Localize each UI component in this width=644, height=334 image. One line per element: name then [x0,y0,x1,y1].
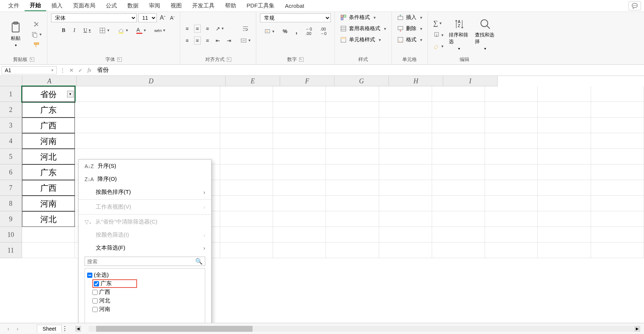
autosum-button[interactable]: ∑ [432,19,443,28]
menu-review[interactable]: 审阅 [144,1,165,11]
cell[interactable] [379,211,432,227]
cell[interactable] [326,118,379,133]
cell[interactable] [538,180,591,196]
cell[interactable] [379,149,432,164]
copy-button[interactable] [30,30,43,39]
cell[interactable] [22,227,75,243]
cell[interactable]: 河南 [22,133,75,149]
align-top-button[interactable]: ≡ [184,25,190,32]
cell[interactable] [432,118,485,133]
format-painter-button[interactable] [30,41,43,49]
cell[interactable] [538,243,591,258]
cell[interactable] [75,118,220,133]
number-format-select[interactable]: 常规 [260,13,331,22]
cell[interactable] [379,118,432,133]
cell[interactable]: 广西 [22,118,75,133]
cell[interactable] [538,196,591,211]
cell[interactable] [591,118,644,133]
fill-color-button[interactable] [116,26,130,35]
menu-data[interactable]: 数据 [122,1,144,11]
cell[interactable] [220,211,273,227]
cell[interactable] [432,227,485,243]
menu-formulas[interactable]: 公式 [101,1,122,11]
cancel-formula-button[interactable]: ✕ [67,67,76,73]
delete-cells-button[interactable]: 删除 [396,25,424,33]
cell[interactable] [326,102,379,118]
filter-checkbox[interactable] [92,298,98,304]
comments-button[interactable]: 💬 [628,1,641,10]
cell[interactable] [538,133,591,149]
font-size-select[interactable]: 11 [138,13,157,22]
row-header[interactable]: 6 [0,164,22,180]
merge-button[interactable] [239,36,252,45]
cell[interactable] [538,149,591,164]
find-select-button[interactable]: 查找和选择▾ [473,17,497,52]
filter-option[interactable]: 广西 [92,288,203,296]
menu-view[interactable]: 视图 [165,1,187,11]
horizontal-scrollbar[interactable] [89,326,634,332]
cell[interactable] [379,243,432,258]
cell[interactable] [75,86,220,102]
cell[interactable]: 广东 [22,102,75,118]
cell[interactable] [379,196,432,211]
filter-checkbox[interactable] [92,290,98,295]
cell[interactable] [220,149,273,164]
enter-formula-button[interactable]: ✓ [76,67,85,73]
cell[interactable] [273,133,326,149]
menu-pagelayout[interactable]: 页面布局 [68,1,101,11]
cell[interactable] [591,196,644,211]
cell[interactable] [273,180,326,196]
cell[interactable] [538,118,591,133]
cell[interactable] [379,102,432,118]
clipboard-launcher[interactable] [30,57,34,62]
border-button[interactable] [98,26,111,35]
row-header[interactable]: 8 [0,196,22,211]
sheet-prev-button[interactable]: ‹ [4,326,13,332]
col-header-i[interactable]: I [443,76,498,86]
cell[interactable] [538,164,591,180]
cell[interactable]: 广东 [22,164,75,180]
cell[interactable] [485,227,538,243]
cell[interactable] [379,227,432,243]
cell[interactable] [538,227,591,243]
cell[interactable]: 省份▾ [22,86,75,102]
align-bottom-button[interactable]: ≡ [204,25,210,32]
align-center-button[interactable]: ≡ [194,36,201,45]
filter-search-input[interactable] [87,258,195,264]
filter-checkbox[interactable] [87,273,92,278]
cell[interactable] [220,243,273,258]
cell[interactable] [326,149,379,164]
cell[interactable]: 河南 [22,196,75,211]
cell[interactable]: 河北 [22,149,75,164]
percent-button[interactable]: % [281,28,289,35]
increase-decimal-button[interactable]: ←0.00 [304,26,313,36]
cell[interactable] [485,133,538,149]
filter-option[interactable]: 广东 [92,279,137,288]
cell-styles-button[interactable]: 单元格样式 [339,36,383,44]
row-header[interactable]: 1 [0,86,22,102]
menu-devtools[interactable]: 开发工具 [187,1,220,11]
name-box[interactable]: A1▾ [1,66,57,74]
row-header[interactable]: 3 [0,118,22,133]
cell[interactable] [273,211,326,227]
cell[interactable] [591,149,644,164]
filter-search-box[interactable]: 🔍 [85,257,205,266]
cell[interactable] [591,133,644,149]
menu-file[interactable]: 文件 [3,1,25,11]
cell[interactable] [379,133,432,149]
cell[interactable] [485,149,538,164]
filter-option[interactable]: 河南 [92,305,203,314]
accounting-button[interactable]: ¥ [263,27,276,35]
cell[interactable] [326,180,379,196]
sort-desc-button[interactable]: Z↓A降序(O) [79,173,211,186]
cell[interactable] [432,180,485,196]
filter-dropdown-button[interactable]: ▾ [67,91,74,97]
cell[interactable] [326,133,379,149]
menu-insert[interactable]: 插入 [46,1,68,11]
cell[interactable] [273,102,326,118]
cell[interactable] [485,118,538,133]
sort-by-color-button[interactable]: 按颜色排序(T)› [79,186,211,199]
formula-input[interactable] [94,66,644,74]
col-header-d[interactable]: D [77,76,226,86]
menu-pdf[interactable]: PDF工具集 [241,1,280,11]
